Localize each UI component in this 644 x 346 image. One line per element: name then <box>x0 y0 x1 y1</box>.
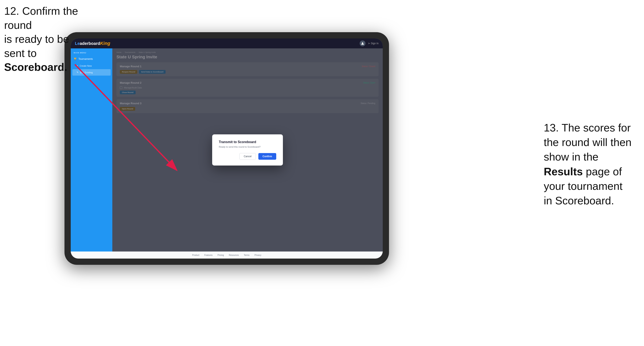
footer-link-privacy[interactable]: Privacy <box>254 254 261 256</box>
close-round-button[interactable]: Close Round <box>120 91 136 94</box>
round-1-title: Manage Round 1 <box>120 65 142 68</box>
round-2-title: Manage Round 2 <box>120 81 142 84</box>
header-right: Sign In <box>360 40 378 46</box>
reopen-round-button[interactable]: Reopen Round <box>120 70 137 74</box>
confirm-button[interactable]: Confirm <box>258 153 276 160</box>
page-title: State U Spring Invite <box>116 55 378 59</box>
cancel-button[interactable]: Cancel <box>240 153 256 160</box>
modal-title: Transmit to Scoreboard <box>219 140 276 144</box>
footer-link-resources[interactable]: Resources <box>229 254 239 256</box>
round-3-status: Status: Pending <box>360 102 375 104</box>
tablet-frame: LeaderboardKing Sign In <box>64 32 389 265</box>
breadcrumb-home[interactable]: Home <box>116 51 122 53</box>
round-3-section: Manage Round 3 Status: Pending Open Roun… <box>116 99 378 113</box>
round-1-section: Manage Round 1 Status: Closed Reopen Rou… <box>116 62 378 76</box>
tablet-screen: LeaderboardKing Sign In <box>71 38 383 259</box>
sign-in-icon <box>368 42 370 44</box>
breadcrumb-tournaments[interactable]: Tournaments <box>124 51 136 53</box>
modal-subtitle: Ready to send this round to Scoreboard? <box>219 146 276 148</box>
modal-actions: Cancel Confirm <box>219 153 276 160</box>
sign-in-button[interactable]: Sign In <box>368 42 378 45</box>
breadcrumb-current: State U Spring Invite <box>138 51 156 53</box>
footer-link-terms[interactable]: Terms <box>244 254 250 256</box>
sidebar: MAIN MENU 🏆 Tournaments + Create New ✎ E… <box>71 48 112 251</box>
footer-link-product[interactable]: Product <box>192 254 199 256</box>
app-footer: Product Features Pricing Resources Terms… <box>71 251 383 259</box>
annotation-right: 13. The scores for the round will then s… <box>544 121 632 208</box>
round-1-status: Status: Closed <box>362 65 375 67</box>
audit-label: Manage/Audit Data <box>124 87 142 89</box>
app-header: LeaderboardKing Sign In <box>71 38 383 48</box>
transmit-modal: Transmit to Scoreboard Ready to send thi… <box>212 134 283 166</box>
round-2-section: Manage Round 2 Status: Open Manage/Audit… <box>116 79 378 97</box>
send-data-scoreboard-button[interactable]: Send Data to Scoreboard <box>139 70 166 74</box>
round-3-title: Manage Round 3 <box>120 102 142 105</box>
user-avatar[interactable] <box>360 40 366 46</box>
audit-checkbox[interactable] <box>120 86 122 89</box>
main-content: Home › Tournaments › State U Spring Invi… <box>112 48 383 251</box>
annotation-top-left: 12. Confirm the round is ready to be sen… <box>4 4 92 74</box>
open-round-button[interactable]: Open Round <box>120 107 135 111</box>
footer-link-features[interactable]: Features <box>204 254 212 256</box>
breadcrumb: Home › Tournaments › State U Spring Invi… <box>116 51 378 53</box>
footer-link-pricing[interactable]: Pricing <box>218 254 224 256</box>
round-2-status: Status: Open <box>363 82 375 84</box>
